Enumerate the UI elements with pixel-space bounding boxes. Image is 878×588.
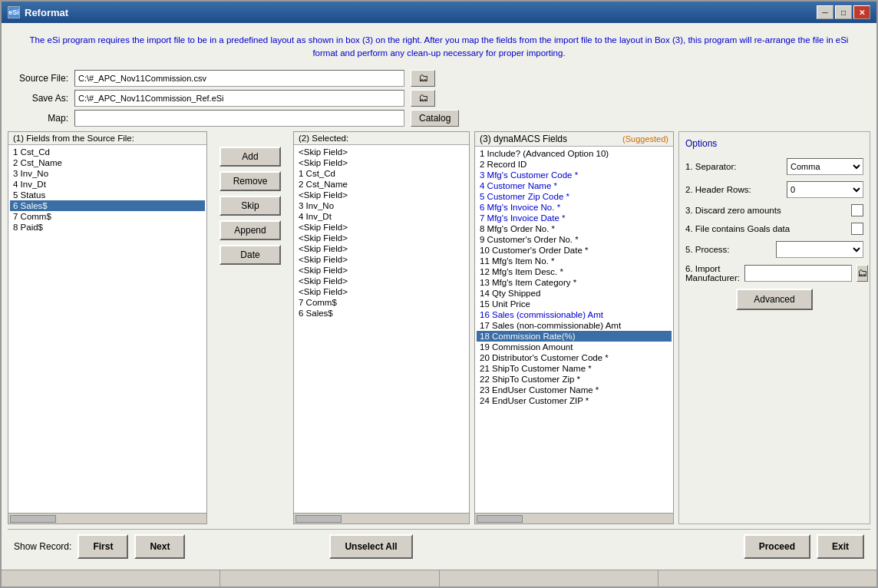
advanced-button[interactable]: Advanced <box>736 289 813 310</box>
append-button[interactable]: Append <box>220 220 281 240</box>
separator-select[interactable]: Comma Tab Pipe <box>787 158 863 175</box>
list-item[interactable]: 3 Inv_No <box>10 168 205 179</box>
list-item[interactable]: 2 Record ID <box>477 159 672 170</box>
list-item[interactable]: <Skip Field> <box>295 190 467 200</box>
dynamacs-list[interactable]: 1 Include? (Advanced Option 10) 2 Record… <box>475 147 673 514</box>
list-item[interactable]: 9 Customer's Order No. * <box>477 234 672 245</box>
mfg-label: 6. Import Manufacturer: <box>685 264 740 282</box>
separator-label: 1. Separator: <box>685 162 782 171</box>
panel3-scrollbar[interactable] <box>475 513 673 524</box>
close-button[interactable]: ✕ <box>853 5 870 19</box>
list-item[interactable]: 19 Commission Amount <box>477 342 672 352</box>
list-item[interactable]: 3 Inv_No <box>295 200 467 211</box>
list-item[interactable]: <Skip Field> <box>295 243 467 254</box>
list-item[interactable]: 7 Comm$ <box>295 297 467 308</box>
list-item[interactable]: 17 Sales (non-commissionable) Amt <box>477 320 672 331</box>
list-item[interactable]: 4 Customer Name * <box>477 180 672 191</box>
bottom-right-buttons: Proceed Exit <box>744 534 864 559</box>
mfg-input[interactable] <box>744 265 852 282</box>
source-label: Source File: <box>11 73 68 84</box>
date-button[interactable]: Date <box>220 245 281 265</box>
panel2-header: (2) Selected: <box>294 132 469 145</box>
map-label: Map: <box>11 113 68 124</box>
exit-button[interactable]: Exit <box>817 534 864 559</box>
selected-panel: (2) Selected: <Skip Field> <Skip Field> … <box>293 131 470 525</box>
list-item[interactable]: 7 Mfg's Invoice Date * <box>477 213 672 223</box>
header-rows-label: 2. Header Rows: <box>685 185 782 194</box>
list-item[interactable]: 6 Sales$ <box>295 308 467 319</box>
list-item[interactable]: <Skip Field> <box>295 265 467 276</box>
list-item[interactable]: 11 Mfg's Item No. * <box>477 256 672 266</box>
unselect-all-button[interactable]: Unselect All <box>329 534 412 559</box>
panel2-scrollbar[interactable] <box>294 513 469 524</box>
list-item-selected[interactable]: 18 Commission Rate(%) <box>477 331 672 342</box>
list-item[interactable]: 15 Unit Price <box>477 299 672 309</box>
discard-checkbox[interactable] <box>851 204 863 216</box>
list-item[interactable]: 10 Customer's Order Date * <box>477 245 672 256</box>
list-item[interactable]: 21 ShipTo Customer Name * <box>477 363 672 374</box>
title-bar: eSi Reformat ─ □ ✕ <box>2 2 876 23</box>
list-item[interactable]: 2 Cst_Name <box>10 157 205 168</box>
goals-checkbox[interactable] <box>851 223 863 235</box>
list-item[interactable]: 24 EndUser Customer ZIP * <box>477 395 672 406</box>
list-item[interactable]: 1 Include? (Advanced Option 10) <box>477 148 672 159</box>
list-item[interactable]: 1 Cst_Cd <box>295 168 467 179</box>
next-button[interactable]: Next <box>134 534 185 559</box>
list-item[interactable]: 16 Sales (commissionable) Amt <box>477 309 672 320</box>
list-item-selected[interactable]: 6 Sales$ <box>10 200 205 211</box>
source-fields-list[interactable]: 1 Cst_Cd 2 Cst_Name 3 Inv_No 4 Inv_Dt 5 … <box>8 145 206 514</box>
source-browse-button[interactable]: 🗂 <box>411 70 435 87</box>
list-item[interactable]: 22 ShipTo Customer Zip * <box>477 374 672 385</box>
list-item[interactable]: 7 Comm$ <box>10 211 205 222</box>
add-button[interactable]: Add <box>220 147 281 167</box>
discard-label: 3. Discard zero amounts <box>685 206 847 215</box>
list-item[interactable]: 2 Cst_Name <box>295 179 467 190</box>
browse-icon2: 🗂 <box>418 92 428 104</box>
goals-row: 4. File contains Goals data <box>685 223 863 235</box>
minimize-button[interactable]: ─ <box>817 5 833 19</box>
list-item[interactable]: 4 Inv_Dt <box>295 211 467 222</box>
first-button[interactable]: First <box>78 534 128 559</box>
list-item[interactable]: 3 Mfg's Customer Code * <box>477 170 672 180</box>
panel1-header: (1) Fields from the Source File: <box>8 132 206 145</box>
list-item[interactable]: <Skip Field> <box>295 286 467 297</box>
mfg-browse-button[interactable]: 🗂 <box>857 265 868 282</box>
list-item[interactable]: 6 Mfg's Invoice No. * <box>477 202 672 213</box>
list-item[interactable]: <Skip Field> <box>295 276 467 286</box>
list-item[interactable]: 14 Qty Shipped <box>477 288 672 299</box>
list-item[interactable]: 13 Mfg's Item Category * <box>477 277 672 288</box>
selected-list[interactable]: <Skip Field> <Skip Field> 1 Cst_Cd 2 Cst… <box>294 145 469 514</box>
list-item[interactable]: <Skip Field> <box>295 147 467 157</box>
process-select[interactable] <box>776 241 863 258</box>
save-input[interactable] <box>74 90 404 107</box>
list-item[interactable]: 1 Cst_Cd <box>10 147 205 157</box>
skip-button[interactable]: Skip <box>220 196 281 216</box>
options-title: Options <box>685 138 863 149</box>
map-input[interactable] <box>74 110 404 127</box>
list-item[interactable]: <Skip Field> <box>295 254 467 265</box>
process-row: 5. Process: <box>685 241 863 258</box>
discard-row: 3. Discard zero amounts <box>685 204 863 216</box>
list-item[interactable]: 12 Mfg's Item Desc. * <box>477 266 672 277</box>
list-item[interactable]: 4 Inv_Dt <box>10 179 205 190</box>
catalog-button[interactable]: Catalog <box>411 110 459 127</box>
header-rows-select[interactable]: 0 1 2 <box>787 181 863 198</box>
list-item[interactable]: 23 EndUser Customer Name * <box>477 385 672 395</box>
restore-button[interactable]: □ <box>835 5 852 19</box>
list-item[interactable]: <Skip Field> <box>295 222 467 233</box>
list-item[interactable]: 5 Customer Zip Code * <box>477 191 672 202</box>
window-title: Reformat <box>25 7 68 18</box>
proceed-button[interactable]: Proceed <box>744 534 810 559</box>
list-item[interactable]: 5 Status <box>10 190 205 200</box>
status-section-4 <box>658 570 876 586</box>
goals-label: 4. File contains Goals data <box>685 224 847 233</box>
list-item[interactable]: 8 Mfg's Order No. * <box>477 223 672 234</box>
list-item[interactable]: 20 Distributor's Customer Code * <box>477 352 672 363</box>
save-browse-button[interactable]: 🗂 <box>411 90 435 107</box>
remove-button[interactable]: Remove <box>220 171 281 191</box>
source-input[interactable] <box>74 70 404 87</box>
panel1-scrollbar[interactable] <box>8 513 206 524</box>
list-item[interactable]: <Skip Field> <box>295 157 467 168</box>
list-item[interactable]: <Skip Field> <box>295 233 467 243</box>
list-item[interactable]: 8 Paid$ <box>10 222 205 233</box>
